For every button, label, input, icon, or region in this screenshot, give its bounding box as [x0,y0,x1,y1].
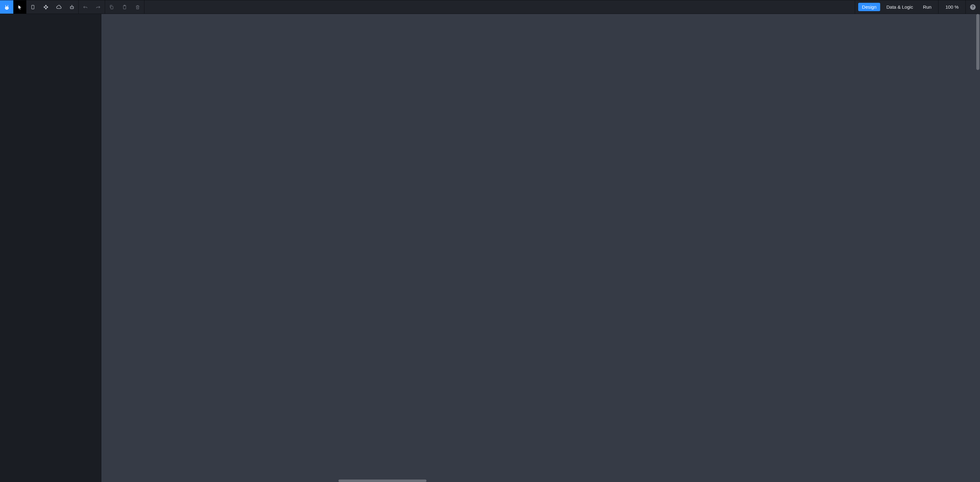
svg-rect-2 [32,5,34,9]
toolbar: Design Data & Logic Run 100 % ? [0,0,980,14]
svg-point-11 [72,5,72,5]
tool-group-edit [105,0,145,14]
mode-tabs: Design Data & Logic Run [855,0,939,14]
tab-run[interactable]: Run [919,3,935,11]
tab-data-logic[interactable]: Data & Logic [883,3,917,11]
svg-point-8 [71,7,72,8]
ai-tool[interactable] [65,0,78,14]
tab-design[interactable]: Design [858,3,880,11]
svg-rect-4 [45,8,47,9]
vertical-scrollbar[interactable] [976,14,979,70]
zoom-indicator[interactable]: 100 % [939,0,966,14]
svg-rect-12 [111,6,113,9]
page-tool[interactable] [26,0,39,14]
tool-group-history [79,0,105,14]
svg-point-9 [72,7,73,8]
horizontal-scrollbar[interactable] [339,479,426,482]
page-icon [30,5,35,10]
svg-rect-3 [45,5,47,6]
svg-rect-7 [70,6,74,9]
delete-button[interactable] [131,0,144,14]
copy-button[interactable] [105,0,118,14]
toolbar-spacer [145,0,855,14]
clipboard-icon [122,5,127,10]
robot-icon [69,4,75,10]
svg-point-0 [6,8,6,8]
trash-icon [135,5,140,10]
copy-icon [109,5,114,10]
cursor-icon [18,5,22,10]
svg-point-1 [7,8,8,8]
components-icon [43,4,49,10]
help-box: ? [966,0,980,14]
select-tool[interactable] [13,0,26,14]
cloud-icon [56,4,62,10]
undo-icon [83,5,88,10]
paste-button[interactable] [118,0,131,14]
undo-button[interactable] [79,0,92,14]
logo-button[interactable] [0,0,13,14]
svg-rect-6 [46,6,48,8]
canvas[interactable] [101,14,980,482]
sidebar [0,14,101,482]
redo-icon [96,5,101,10]
workarea [0,14,980,482]
bunny-logo-icon [4,4,10,10]
tool-group-main [13,0,79,14]
cloud-tool[interactable] [52,0,65,14]
svg-rect-5 [43,6,45,8]
help-button[interactable]: ? [970,4,976,10]
components-tool[interactable] [39,0,52,14]
redo-button[interactable] [92,0,105,14]
